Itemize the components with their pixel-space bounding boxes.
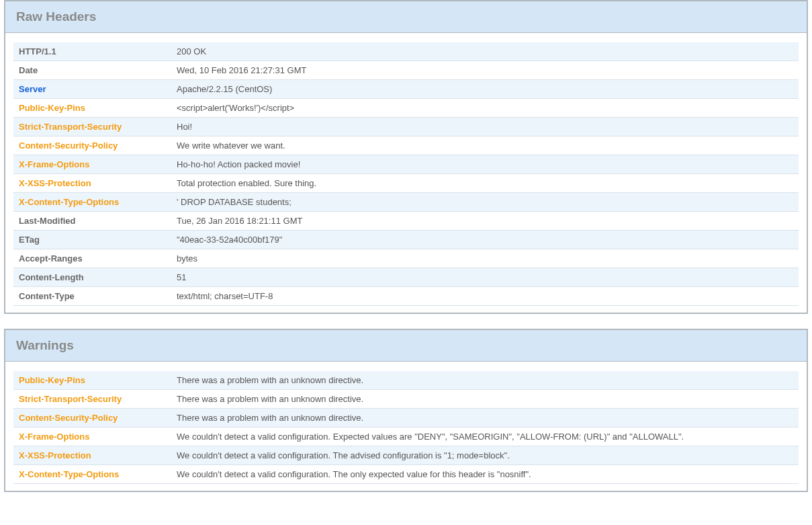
header-name: HTTP/1.1 [13,42,171,61]
header-name: Content-Type [13,287,171,306]
panel-title: Raw Headers [16,9,796,24]
header-name: Last-Modified [13,212,171,231]
header-name[interactable]: X-XSS-Protection [13,446,171,465]
table-row: X-XSS-ProtectionWe couldn't detect a val… [13,446,799,465]
header-value: ' DROP DATABASE students; [171,193,799,212]
table-row: ETag"40eac-33-52a40c00bf179" [13,231,799,249]
raw-headers-panel-body: HTTP/1.1200 OKDateWed, 10 Feb 2016 21:27… [5,33,807,313]
header-value: bytes [171,249,799,268]
table-row: Content-Typetext/html; charset=UTF-8 [13,287,799,306]
header-value: We couldn't detect a valid configuration… [171,465,799,484]
table-row: X-XSS-ProtectionTotal protection enabled… [13,174,799,193]
table-row: Public-Key-Pins<script>alert('Works!')</… [13,99,799,118]
header-value: Wed, 10 Feb 2016 21:27:31 GMT [171,61,799,80]
table-row: Last-ModifiedTue, 26 Jan 2016 18:21:11 G… [13,212,799,231]
header-name[interactable]: X-Content-Type-Options [13,465,171,484]
warnings-panel: Warnings Public-Key-PinsThere was a prob… [4,329,808,492]
panel-title: Warnings [16,338,796,353]
raw-headers-table: HTTP/1.1200 OKDateWed, 10 Feb 2016 21:27… [13,42,799,306]
header-name[interactable]: Strict-Transport-Security [13,390,171,409]
raw-headers-panel: Raw Headers HTTP/1.1200 OKDateWed, 10 Fe… [4,0,808,314]
warnings-panel-header: Warnings [5,330,807,362]
header-name[interactable]: Server [13,80,171,99]
raw-headers-panel-header: Raw Headers [5,1,807,33]
header-value: There was a problem with an unknown dire… [171,390,799,409]
header-name[interactable]: X-Frame-Options [13,155,171,174]
header-name: Date [13,61,171,80]
table-row: Content-Length51 [13,268,799,287]
table-row: X-Content-Type-Options' DROP DATABASE st… [13,193,799,212]
table-row: DateWed, 10 Feb 2016 21:27:31 GMT [13,61,799,80]
header-name[interactable]: X-XSS-Protection [13,174,171,193]
table-row: Public-Key-PinsThere was a problem with … [13,371,799,390]
header-value: There was a problem with an unknown dire… [171,409,799,428]
warnings-table: Public-Key-PinsThere was a problem with … [13,371,799,484]
header-value: Total protection enabled. Sure thing. [171,174,799,193]
table-row: X-Frame-OptionsHo-ho-ho! Action packed m… [13,155,799,174]
header-value: Tue, 26 Jan 2016 18:21:11 GMT [171,212,799,231]
table-row: ServerApache/2.2.15 (CentOS) [13,80,799,99]
header-value: We couldn't detect a valid configuration… [171,446,799,465]
table-row: HTTP/1.1200 OK [13,42,799,61]
table-row: Content-Security-PolicyThere was a probl… [13,409,799,428]
header-value: Apache/2.2.15 (CentOS) [171,80,799,99]
table-row: Strict-Transport-SecurityThere was a pro… [13,390,799,409]
header-name[interactable]: Content-Security-Policy [13,409,171,428]
header-value: Ho-ho-ho! Action packed movie! [171,155,799,174]
warnings-panel-body: Public-Key-PinsThere was a problem with … [5,362,807,491]
header-value: There was a problem with an unknown dire… [171,371,799,390]
header-name[interactable]: Content-Security-Policy [13,136,171,155]
header-name: Accept-Ranges [13,249,171,268]
header-value: 51 [171,268,799,287]
header-value: text/html; charset=UTF-8 [171,287,799,306]
header-name[interactable]: X-Frame-Options [13,428,171,446]
header-value: We write whatever we want. [171,136,799,155]
header-name: ETag [13,231,171,249]
table-row: Strict-Transport-SecurityHoi! [13,118,799,136]
header-name[interactable]: X-Content-Type-Options [13,193,171,212]
table-row: X-Content-Type-OptionsWe couldn't detect… [13,465,799,484]
header-name[interactable]: Public-Key-Pins [13,371,171,390]
header-value: "40eac-33-52a40c00bf179" [171,231,799,249]
header-value: <script>alert('Works!')</script> [171,99,799,118]
header-value: 200 OK [171,42,799,61]
header-name: Content-Length [13,268,171,287]
table-row: X-Frame-OptionsWe couldn't detect a vali… [13,428,799,446]
header-name[interactable]: Strict-Transport-Security [13,118,171,136]
header-value: Hoi! [171,118,799,136]
header-value: We couldn't detect a valid configuration… [171,428,799,446]
header-name[interactable]: Public-Key-Pins [13,99,171,118]
table-row: Content-Security-PolicyWe write whatever… [13,136,799,155]
table-row: Accept-Rangesbytes [13,249,799,268]
